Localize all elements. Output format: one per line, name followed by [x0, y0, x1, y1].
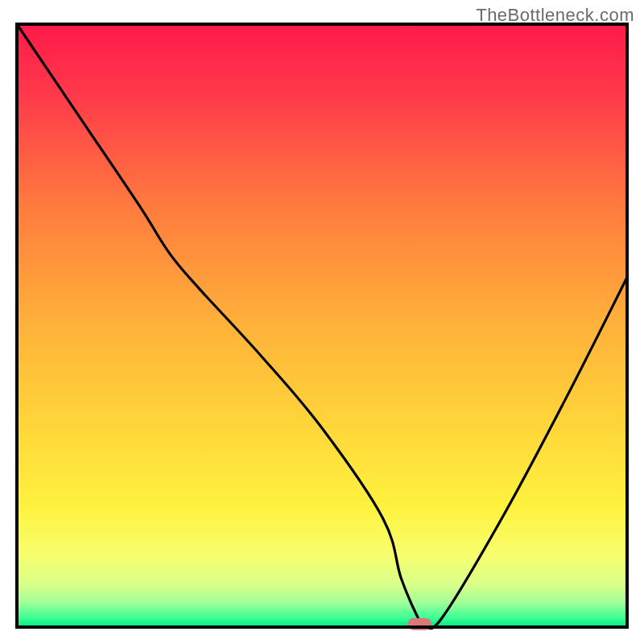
chart-svg	[0, 0, 644, 644]
watermark-text: TheBottleneck.com	[476, 5, 634, 26]
bottleneck-chart: TheBottleneck.com	[0, 0, 644, 644]
plot-background	[17, 24, 627, 627]
